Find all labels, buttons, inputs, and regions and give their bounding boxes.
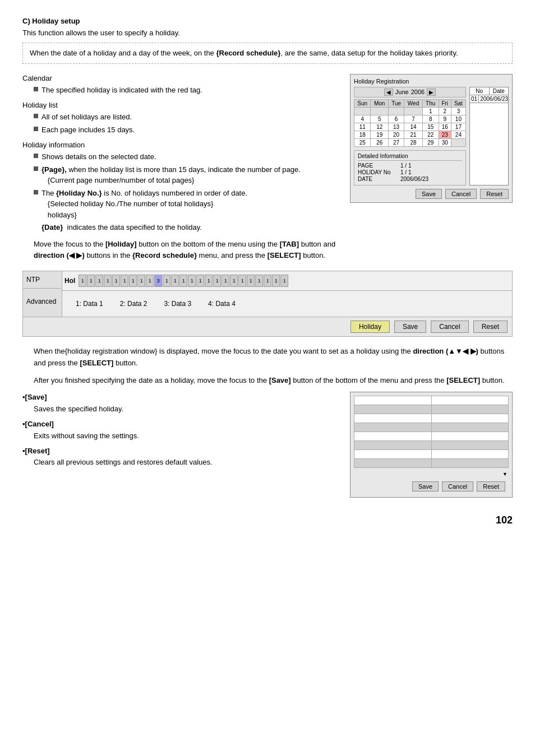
cancel-bottom-button[interactable]: Cancel <box>431 321 468 333</box>
bullet-square-3 <box>34 127 38 131</box>
second-reset-button[interactable]: Reset <box>477 481 505 491</box>
detail-info: Detailed Information PAGE 1 / 1 HOLIDAY … <box>354 150 466 185</box>
grid-cell <box>431 414 509 423</box>
sch-cell: 1 <box>137 275 145 287</box>
grid-cell <box>354 396 432 405</box>
cal-cell[interactable]: 21 <box>404 131 423 138</box>
grid-cell <box>431 459 509 468</box>
cal-cell[interactable]: 9 <box>439 115 451 123</box>
bullet-square-5 <box>34 166 38 171</box>
sch-cell: 1 <box>163 275 170 287</box>
cal-cell[interactable]: 26 <box>371 138 388 146</box>
holiday-info-bullet1: Shows details on the selected date. <box>41 151 339 163</box>
sch-cell: 1 <box>87 275 95 287</box>
reset-section-title: ▪[Reset] <box>22 446 339 457</box>
sch-cell: 1 <box>121 275 128 287</box>
cal-year: 2006 <box>411 89 425 95</box>
cal-cell[interactable]: 30 <box>439 138 451 146</box>
save-section-desc: Saves the specified holiday. <box>34 403 339 415</box>
cal-cell[interactable] <box>388 107 404 115</box>
cal-cell[interactable] <box>404 107 423 115</box>
cal-cell[interactable]: 8 <box>422 115 439 123</box>
cancel-button[interactable]: Cancel <box>445 189 477 199</box>
grid-cell <box>431 450 509 459</box>
cal-cell[interactable]: 19 <box>371 131 388 138</box>
bullet-square-6 <box>34 190 38 194</box>
cal-cell[interactable]: 11 <box>354 123 371 131</box>
cal-cell[interactable]: 17 <box>451 123 465 131</box>
after-text: After you finished specifying the date a… <box>34 375 513 387</box>
data-label-3: 3: Data 3 <box>164 300 191 308</box>
schedule-container: NTP Advanced Hol 1 1 1 1 1 1 1 1 1 3 1 1 <box>22 271 513 337</box>
cal-cell[interactable]: 4 <box>354 115 371 123</box>
holiday-list-title: Holiday list <box>22 101 339 109</box>
hol-label: Hol <box>64 277 75 285</box>
cal-prev-btn[interactable]: ◀ <box>384 89 393 96</box>
date-label: DATE <box>358 176 397 182</box>
sch-cell: 1 <box>179 275 187 287</box>
sch-cell: 1 <box>205 275 213 287</box>
sch-cell: 1 <box>255 275 263 287</box>
grid-cell <box>431 405 509 414</box>
cal-cell[interactable]: 25 <box>354 138 371 146</box>
cal-cell[interactable]: 14 <box>404 123 423 131</box>
data-label-2: 2: Data 2 <box>120 300 147 308</box>
sch-cell: 1 <box>238 275 246 287</box>
cal-cell[interactable]: 2 <box>439 107 451 115</box>
cal-cell[interactable]: 3 <box>451 107 465 115</box>
schedule-bar-row: Hol 1 1 1 1 1 1 1 1 1 3 1 1 1 1 1 <box>62 271 512 291</box>
page-value: 1 / 1 <box>400 163 411 169</box>
cal-cell[interactable] <box>451 138 465 146</box>
cal-next-btn[interactable]: ▶ <box>427 89 436 96</box>
grid-cell <box>431 432 509 441</box>
holiday-button[interactable]: Holiday <box>350 321 390 333</box>
sch-cell: 1 <box>188 275 196 287</box>
sch-cell: 1 <box>272 275 280 287</box>
grid-cell <box>431 441 509 450</box>
cal-cell[interactable]: 10 <box>451 115 465 123</box>
cal-cell[interactable]: 12 <box>371 123 388 131</box>
grid-cell <box>354 405 432 414</box>
page-label: PAGE <box>358 163 397 169</box>
reset-button[interactable]: Reset <box>480 189 509 199</box>
grid-cell <box>354 432 432 441</box>
cal-cell[interactable]: 5 <box>371 115 388 123</box>
cal-cell[interactable]: 20 <box>388 131 404 138</box>
cal-cell[interactable]: 6 <box>388 115 404 123</box>
second-save-button[interactable]: Save <box>412 481 439 491</box>
intro-text: This function allows the user to specify… <box>22 29 513 37</box>
cal-cell[interactable]: 7 <box>404 115 423 123</box>
cal-cell[interactable] <box>371 107 388 115</box>
cal-cell[interactable]: 24 <box>451 131 465 138</box>
cal-cell[interactable]: 28 <box>404 138 423 146</box>
cal-cell[interactable]: 29 <box>422 138 439 146</box>
cal-cell[interactable]: 15 <box>422 123 439 131</box>
grid-cell <box>431 423 509 432</box>
save-button[interactable]: Save <box>416 189 442 199</box>
schedule-cells: 1 1 1 1 1 1 1 1 1 3 1 1 1 1 1 1 1 <box>79 275 288 287</box>
cal-cell[interactable] <box>354 107 371 115</box>
calendar-title: Calendar <box>22 74 339 82</box>
cal-cell[interactable]: 13 <box>388 123 404 131</box>
holiday-no-value: 1 / 1 <box>400 169 411 175</box>
cal-cell[interactable]: 1 <box>422 107 439 115</box>
col-wed: Wed <box>404 99 423 107</box>
holiday-info-bullet3: The {Holiday No.} is No. of holidays num… <box>41 188 339 221</box>
save-bottom-button[interactable]: Save <box>394 321 426 333</box>
sch-cell: 1 <box>129 275 137 287</box>
reset-bottom-button[interactable]: Reset <box>473 321 508 333</box>
grid-cell <box>431 396 509 405</box>
holiday-panel-title: Holiday Registration <box>354 78 509 85</box>
cal-cell[interactable]: 18 <box>354 131 371 138</box>
cal-cell[interactable]: 27 <box>388 138 404 146</box>
col-sun: Sun <box>354 99 371 107</box>
holiday-info-bullet2: {Page}, when the holiday list is more th… <box>41 164 339 186</box>
second-cancel-button[interactable]: Cancel <box>442 481 473 491</box>
cal-cell[interactable]: 16 <box>439 123 451 131</box>
cal-cell-highlighted[interactable]: 23 <box>439 131 451 138</box>
cal-cell[interactable]: 22 <box>422 131 439 138</box>
sch-cell: 1 <box>79 275 86 287</box>
second-panel-buttons: Save Cancel Reset <box>354 479 509 494</box>
second-panel-grid <box>354 396 509 468</box>
detail-title: Detailed Information <box>358 153 462 161</box>
